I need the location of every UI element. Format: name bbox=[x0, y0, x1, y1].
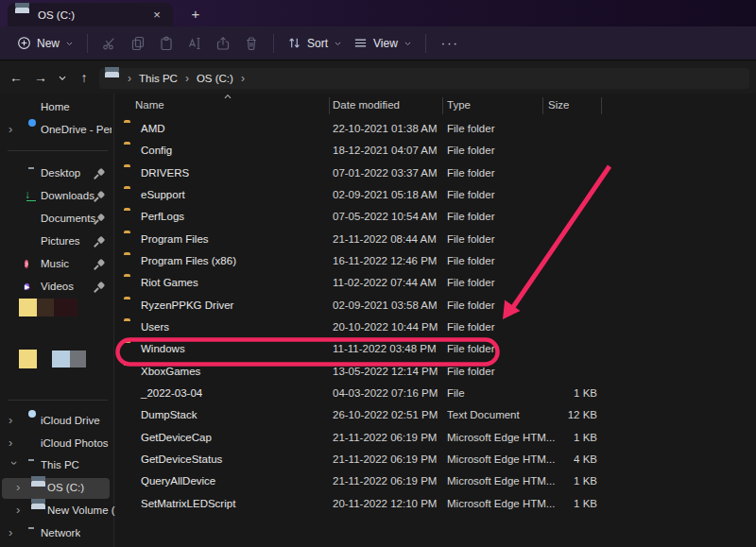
chevron-right-icon[interactable]: › bbox=[16, 504, 20, 517]
file-name[interactable]: XboxGames bbox=[141, 366, 200, 377]
file-name[interactable]: Program Files bbox=[141, 233, 209, 245]
tab-os-c[interactable]: OS (C:) × bbox=[8, 3, 173, 26]
file-type: File folder bbox=[447, 145, 495, 156]
file-row-esupport[interactable]: eSupport 02-09-2021 05:18 AM File folder bbox=[115, 184, 756, 206]
back-button[interactable]: ← bbox=[4, 70, 28, 85]
sidebar-item-desktop[interactable]: Desktop bbox=[0, 163, 113, 184]
file-name[interactable]: Riot Games bbox=[141, 277, 198, 288]
column-header-size[interactable]: Size bbox=[548, 99, 569, 111]
file-row-xboxgames[interactable]: XboxGames 13-05-2022 12:14 PM File folde… bbox=[115, 361, 756, 383]
sidebar-item-pictures[interactable]: Pictures bbox=[0, 231, 113, 252]
file-name[interactable]: SetMatrixLEDScript bbox=[141, 498, 235, 509]
file-name[interactable]: GetDeviceStatus bbox=[141, 453, 222, 465]
file-row-2022-03-04[interactable]: _2022-03-04 04-03-2022 07:16 PM File 1 K… bbox=[115, 383, 756, 404]
file-name[interactable]: DRIVERS bbox=[141, 167, 189, 179]
file-row-queryalldevice[interactable]: QueryAllDevice 21-11-2022 06:19 PM Micro… bbox=[115, 470, 756, 492]
column-header-date[interactable]: Date modified bbox=[333, 99, 400, 111]
chevron-right-icon[interactable]: › bbox=[9, 526, 12, 539]
sidebar-item-os-c[interactable]: › OS (C:) bbox=[0, 478, 113, 499]
address-bar: ← → ↑ › This PC › OS (C:) › bbox=[0, 61, 756, 94]
sidebar-item-documents[interactable]: Documents bbox=[0, 209, 113, 230]
file-row-dumpstack[interactable]: DumpStack 26-10-2022 02:51 PM Text Docum… bbox=[115, 404, 756, 426]
sidebar-item-label: This PC bbox=[41, 459, 79, 470]
breadcrumb-this-pc[interactable]: This PC bbox=[139, 73, 178, 84]
file-row-config[interactable]: Config 18-12-2021 04:07 AM File folder bbox=[115, 140, 756, 162]
file-row-ryzenppkg-driver[interactable]: RyzenPPKG Driver 02-09-2021 03:58 AM Fil… bbox=[115, 295, 756, 316]
file-row-program-files[interactable]: Program Files 21-11-2022 08:44 AM File f… bbox=[115, 229, 756, 250]
file-type: File folder bbox=[447, 255, 495, 266]
sidebar-item-new-volume-d[interactable]: › New Volume (D:) bbox=[0, 501, 113, 521]
sort-button[interactable]: Sort bbox=[282, 30, 348, 57]
file-row-perflogs[interactable]: PerfLogs 07-05-2022 10:54 AM File folder bbox=[115, 206, 756, 228]
chevron-right-icon[interactable]: › bbox=[9, 436, 12, 450]
tab-close-icon[interactable]: × bbox=[148, 8, 165, 22]
breadcrumb-os-c[interactable]: OS (C:) bbox=[197, 73, 233, 84]
file-name[interactable]: GetDeviceCap bbox=[141, 432, 212, 443]
file-name[interactable]: _2022-03-04 bbox=[141, 387, 202, 399]
sort-ascending-icon bbox=[223, 94, 232, 100]
file-date-modified: 11-02-2022 07:44 AM bbox=[333, 277, 437, 288]
new-button[interactable]: New bbox=[11, 30, 79, 57]
cut-button[interactable] bbox=[95, 30, 124, 57]
navigation-pane: Home › OneDrive - Persona Desktop ↓ Down… bbox=[0, 94, 114, 547]
file-name[interactable]: Users bbox=[141, 321, 169, 333]
file-row-program-files-x86[interactable]: Program Files (x86) 16-11-2022 12:46 PM … bbox=[115, 250, 756, 272]
folder-icon bbox=[124, 210, 139, 225]
folder-icon bbox=[124, 188, 139, 203]
chevron-right-icon[interactable]: › bbox=[9, 414, 12, 427]
view-button[interactable]: View bbox=[348, 30, 418, 57]
copy-button[interactable] bbox=[124, 30, 152, 57]
chevron-right-icon[interactable]: › bbox=[16, 481, 20, 494]
file-row-amd[interactable]: AMD 22-10-2021 01:38 AM File folder bbox=[115, 118, 756, 140]
file-row-setmatrixledscript[interactable]: SetMatrixLEDScript 20-11-2022 12:10 PM M… bbox=[115, 493, 756, 515]
sidebar-item-this-pc[interactable]: › This PC bbox=[0, 455, 113, 476]
up-button[interactable]: ↑ bbox=[72, 70, 96, 85]
chevron-down-icon[interactable]: › bbox=[8, 461, 21, 465]
column-divider[interactable] bbox=[542, 97, 543, 114]
sidebar-item-home[interactable]: Home bbox=[0, 97, 113, 118]
file-name[interactable]: RyzenPPKG Driver bbox=[141, 299, 233, 311]
share-button[interactable] bbox=[209, 30, 237, 57]
recent-locations-button[interactable] bbox=[53, 75, 72, 81]
file-name[interactable]: AMD bbox=[141, 123, 165, 134]
file-row-getdevicestatus[interactable]: GetDeviceStatus 21-11-2022 06:19 PM Micr… bbox=[115, 449, 756, 470]
rename-button[interactable] bbox=[180, 30, 209, 57]
delete-button[interactable] bbox=[237, 30, 266, 57]
file-row-getdevicecap[interactable]: GetDeviceCap 21-11-2022 06:19 PM Microso… bbox=[115, 427, 756, 449]
column-header-type[interactable]: Type bbox=[447, 99, 471, 111]
thumbnail-swatch bbox=[37, 299, 54, 316]
file-name[interactable]: Config bbox=[141, 145, 172, 156]
sort-icon bbox=[287, 36, 301, 50]
file-name[interactable]: Program Files (x86) bbox=[141, 255, 236, 266]
forward-button[interactable]: → bbox=[28, 70, 53, 85]
see-more-button[interactable]: ··· bbox=[434, 30, 467, 57]
column-divider[interactable] bbox=[601, 97, 602, 114]
file-name[interactable]: eSupport bbox=[141, 189, 185, 200]
file-name[interactable]: DumpStack bbox=[141, 409, 197, 420]
sidebar-item-icloud-photos[interactable]: › iCloud Photos bbox=[0, 434, 113, 454]
file-size: 1 KB bbox=[522, 387, 597, 399]
sidebar-item-music[interactable]: ♪ Music bbox=[0, 254, 113, 275]
file-row-drivers[interactable]: DRIVERS 07-01-2022 03:37 AM File folder bbox=[115, 162, 756, 184]
column-divider[interactable] bbox=[329, 97, 330, 114]
sidebar-item-videos[interactable]: ▶ Videos bbox=[0, 277, 113, 298]
chevron-right-icon[interactable]: › bbox=[9, 123, 12, 136]
file-type: File folder bbox=[447, 189, 495, 200]
file-name[interactable]: QueryAllDevice bbox=[141, 475, 215, 487]
folder-icon bbox=[124, 254, 139, 269]
sidebar-item-downloads[interactable]: ↓ Downloads bbox=[0, 186, 113, 207]
column-header-name[interactable]: Name bbox=[135, 99, 164, 111]
sidebar-item-network[interactable]: › Network bbox=[0, 523, 113, 544]
file-name[interactable]: PerfLogs bbox=[141, 211, 184, 222]
file-row-windows[interactable]: Windows 11-11-2022 03:48 PM File folder bbox=[115, 338, 756, 360]
file-row-users[interactable]: Users 20-10-2022 10:44 PM File folder bbox=[115, 316, 756, 338]
sidebar-item-icloud-drive[interactable]: › iCloud Drive bbox=[0, 411, 113, 432]
file-date-modified: 20-10-2022 10:44 PM bbox=[333, 321, 438, 333]
paste-button[interactable] bbox=[152, 30, 180, 57]
new-tab-button[interactable]: + bbox=[185, 4, 206, 25]
file-row-riot-games[interactable]: Riot Games 11-02-2022 07:44 AM File fold… bbox=[115, 272, 756, 294]
breadcrumb[interactable]: › This PC › OS (C:) › bbox=[99, 68, 749, 89]
sidebar-item-onedrive-persona[interactable]: › OneDrive - Persona bbox=[0, 120, 113, 141]
column-divider[interactable] bbox=[442, 97, 443, 114]
file-name[interactable]: Windows bbox=[141, 343, 185, 354]
